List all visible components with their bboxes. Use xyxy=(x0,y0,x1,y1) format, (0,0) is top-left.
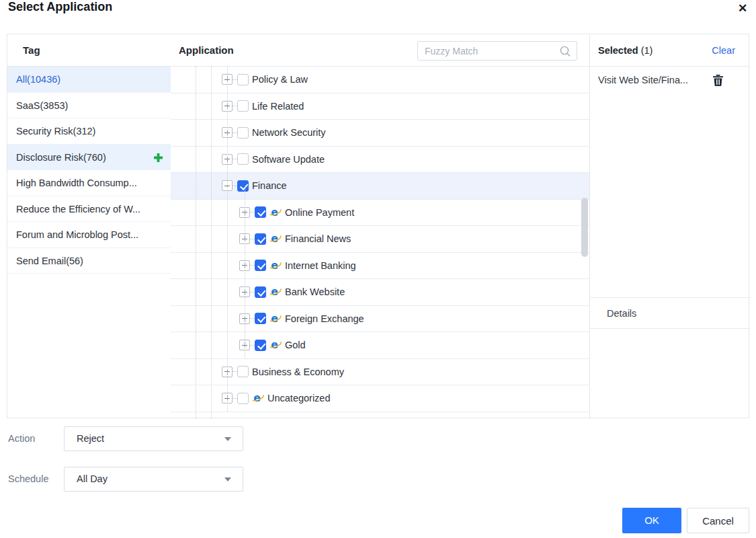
tag-item-label: Forum and Microblog Post... xyxy=(16,229,138,240)
tree-row: e Financial News xyxy=(171,226,589,253)
tree-checkbox[interactable] xyxy=(255,260,266,271)
details-section: Details xyxy=(590,297,750,329)
tag-list-item[interactable]: Disclosure Risk(760) xyxy=(7,145,171,171)
tree-checkbox[interactable] xyxy=(237,127,249,139)
clear-link[interactable]: Clear xyxy=(712,34,735,67)
tree-item-label[interactable]: Software Update xyxy=(252,154,325,165)
close-icon[interactable]: ✕ xyxy=(734,1,751,17)
tree-item-label[interactable]: Policy & Law xyxy=(252,74,308,85)
tree-checkbox[interactable] xyxy=(237,153,249,165)
tree-connector xyxy=(250,239,255,239)
action-select[interactable]: Reject xyxy=(64,426,243,451)
tag-item-label: SaaS(3853) xyxy=(16,100,68,111)
tree-row: e Foreign Exchange xyxy=(171,306,589,333)
ie-app-icon: e xyxy=(269,206,282,219)
tree-item-label[interactable]: Uncategorized xyxy=(267,393,331,404)
tree-item-label[interactable]: Network Security xyxy=(252,127,326,138)
cancel-button[interactable]: Cancel xyxy=(687,508,749,533)
tree-item-label[interactable]: Bank Website xyxy=(285,286,345,297)
tree-checkbox[interactable] xyxy=(237,180,249,192)
expand-toggle-icon[interactable] xyxy=(222,367,233,377)
application-tree-panel: Policy & Law Life Related Network Securi… xyxy=(171,67,589,419)
expand-toggle-icon[interactable] xyxy=(222,101,233,112)
expand-toggle-icon[interactable] xyxy=(239,286,250,297)
tree-item-label[interactable]: Online Payment xyxy=(285,207,354,218)
tree-connector xyxy=(250,265,255,266)
expand-toggle-icon[interactable] xyxy=(222,127,233,138)
tag-item-label: Security Risk(312) xyxy=(16,126,95,137)
chevron-down-icon xyxy=(224,437,231,441)
tree-row: Life Related xyxy=(171,93,589,120)
tree-row: Finance xyxy=(171,173,589,200)
expand-toggle-icon[interactable] xyxy=(239,340,250,350)
schedule-label: Schedule xyxy=(8,473,48,484)
tag-list-item[interactable]: SaaS(3853) xyxy=(7,93,171,119)
expand-toggle-icon[interactable] xyxy=(239,207,250,218)
tag-list-item[interactable]: Security Risk(312) xyxy=(7,118,171,145)
selected-list: Visit Web Site/Fina... xyxy=(590,67,750,93)
expand-toggle-icon[interactable] xyxy=(222,180,233,191)
tree-checkbox[interactable] xyxy=(255,286,266,298)
tree-item-label[interactable]: Foreign Exchange xyxy=(285,313,364,324)
svg-text:e: e xyxy=(271,260,278,272)
tree-item-label[interactable]: Internet Banking xyxy=(285,260,356,271)
expand-toggle-icon[interactable] xyxy=(222,154,233,165)
tree-row: Network Security xyxy=(171,120,589,147)
tree-scrollbar-thumb[interactable] xyxy=(581,198,588,257)
add-tag-icon[interactable] xyxy=(154,153,163,162)
tag-list-item[interactable]: Send Email(56) xyxy=(7,248,171,274)
selected-title-word: Selected xyxy=(598,45,638,56)
tree-connector xyxy=(233,186,237,186)
expand-toggle-icon[interactable] xyxy=(222,74,233,85)
tree-item-label[interactable]: Finance xyxy=(252,180,287,191)
action-select-value: Reject xyxy=(77,427,104,451)
svg-text:e: e xyxy=(271,206,278,219)
tag-item-label: Disclosure Risk(760) xyxy=(16,152,106,163)
ok-button[interactable]: OK xyxy=(622,508,681,533)
tree-checkbox[interactable] xyxy=(255,233,266,245)
chevron-down-icon xyxy=(224,477,231,482)
tag-list-item[interactable]: Reduce the Efficiency of W... xyxy=(7,196,171,223)
tree-checkbox[interactable] xyxy=(255,340,266,351)
expand-toggle-icon[interactable] xyxy=(222,393,233,404)
svg-text:e: e xyxy=(253,392,261,404)
tag-list-item[interactable]: All(10436) xyxy=(7,67,171,93)
tree-checkbox[interactable] xyxy=(237,74,249,85)
ie-app-icon: e xyxy=(269,313,282,325)
tree-checkbox[interactable] xyxy=(237,393,249,404)
expand-toggle-icon[interactable] xyxy=(239,260,250,271)
tag-list-item[interactable]: High Bandwidth Consump... xyxy=(7,170,171,196)
tree-row: e Online Payment xyxy=(171,200,589,227)
application-column-header: Application xyxy=(179,34,234,67)
tree-checkbox[interactable] xyxy=(237,366,249,377)
search-input[interactable] xyxy=(425,42,556,60)
expand-toggle-icon[interactable] xyxy=(239,233,250,244)
tree-item-label[interactable]: Life Related xyxy=(252,101,304,112)
ie-app-icon: e xyxy=(269,233,282,245)
ie-app-icon: e xyxy=(269,339,282,351)
tree-item-label[interactable]: Business & Economy xyxy=(252,367,344,377)
selected-count: (1) xyxy=(641,45,653,56)
schedule-select[interactable]: All Day xyxy=(64,467,243,492)
details-label: Details xyxy=(607,298,636,330)
tree-checkbox[interactable] xyxy=(237,100,249,112)
expand-toggle-icon[interactable] xyxy=(239,313,250,324)
tag-item-label: High Bandwidth Consump... xyxy=(16,178,137,188)
search-icon[interactable] xyxy=(559,45,571,57)
tree-connector xyxy=(233,79,237,80)
tree-item-label[interactable]: Financial News xyxy=(285,233,351,244)
dialog-title: Select Application xyxy=(8,0,112,14)
svg-text:e: e xyxy=(271,339,278,351)
tree-checkbox[interactable] xyxy=(255,313,266,324)
tree-item-label[interactable]: Gold xyxy=(285,340,306,350)
tree-row: Policy & Law xyxy=(171,67,589,93)
tag-list-item[interactable]: Forum and Microblog Post... xyxy=(7,222,171,248)
tree-row: Business & Economy xyxy=(171,359,589,386)
tag-list: All(10436) SaaS(3853) Security Risk(312)… xyxy=(7,67,171,419)
tree-checkbox[interactable] xyxy=(255,206,266,218)
tree-connector xyxy=(233,159,237,159)
fuzzy-match-search xyxy=(417,41,577,61)
app-tree: Policy & Law Life Related Network Securi… xyxy=(171,67,589,412)
delete-trash-icon[interactable] xyxy=(713,75,723,86)
svg-text:e: e xyxy=(271,286,278,298)
